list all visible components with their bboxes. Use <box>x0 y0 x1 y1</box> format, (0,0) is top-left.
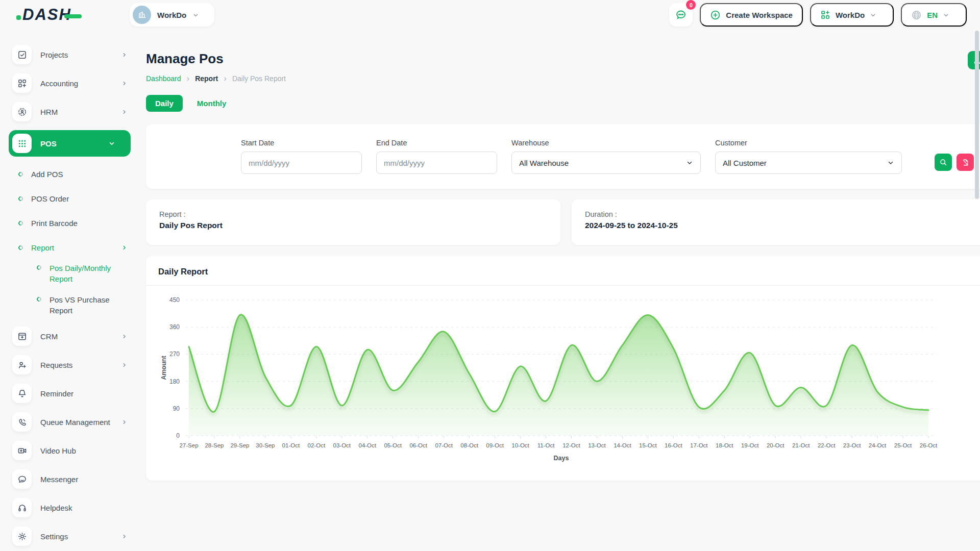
warehouse-label: Warehouse <box>511 139 701 147</box>
building-icon <box>137 10 146 19</box>
sidebar-item-accounting[interactable]: Accounting <box>12 73 135 93</box>
breadcrumb-dashboard-link[interactable]: Dashboard <box>146 74 181 83</box>
requests-icon <box>12 355 32 374</box>
reset-filter-button[interactable] <box>957 154 974 171</box>
submenu-item-print-barcode[interactable]: Print Barcode <box>18 213 135 233</box>
svg-text:0: 0 <box>176 432 180 439</box>
sidebar-item-settings[interactable]: Settings <box>12 526 135 546</box>
bullet-icon <box>17 171 24 178</box>
sidebar-item-label: Accounting <box>40 79 112 88</box>
sidebar-item-label: POS <box>40 139 100 148</box>
sidebar-item-label: Queue Management <box>40 418 112 427</box>
messages-badge: 0 <box>686 0 696 10</box>
warehouse-selected-value: All Warehouse <box>519 159 569 167</box>
bell-icon <box>12 384 32 403</box>
filter-actions <box>935 154 974 171</box>
sidebar-item-label: Video Hub <box>40 446 135 455</box>
sidebar-item-projects[interactable]: Projects <box>12 44 135 65</box>
submenu-item-pos-vs-purchase-report[interactable]: Pos VS Purchase Report <box>37 294 135 316</box>
svg-text:09-Oct: 09-Oct <box>486 442 504 448</box>
summary-row: Report : Daily Pos Report Duration : 202… <box>146 199 980 245</box>
page-title: Manage Pos <box>146 51 224 67</box>
sidebar-item-video-hub[interactable]: Video Hub <box>12 440 135 461</box>
page-scrollbar[interactable] <box>975 31 979 546</box>
end-date-input-wrap <box>376 152 497 174</box>
customer-select[interactable]: All Customer <box>715 152 902 174</box>
language-selector[interactable]: EN <box>901 3 967 27</box>
warehouse-select[interactable]: All Warehouse <box>511 152 701 174</box>
svg-text:21-Oct: 21-Oct <box>792 442 810 448</box>
breadcrumb-current: Daily Pos Report <box>232 74 286 83</box>
svg-text:12-Oct: 12-Oct <box>562 442 580 448</box>
submenu-item-add-pos[interactable]: Add POS <box>18 164 135 184</box>
svg-text:16-Oct: 16-Oct <box>665 442 682 448</box>
app-logo: DASH <box>22 6 114 24</box>
end-date-input[interactable] <box>384 159 485 167</box>
svg-text:24-Oct: 24-Oct <box>869 442 887 448</box>
hrm-icon <box>12 102 32 121</box>
sidebar-item-hrm[interactable]: HRM <box>12 102 135 122</box>
chevron-down-icon <box>887 159 894 166</box>
workspace-avatar <box>133 6 151 24</box>
svg-text:11-Oct: 11-Oct <box>537 442 555 448</box>
report-submenu: Pos Daily/Monthly Report Pos VS Purchase… <box>37 263 135 316</box>
sidebar-item-helpdesk[interactable]: Helpdesk <box>12 497 135 518</box>
svg-text:07-Oct: 07-Oct <box>435 442 453 448</box>
svg-text:Amount: Amount <box>160 356 167 380</box>
chart-title: Daily Report <box>158 267 208 276</box>
sidebar-item-label: Reminder <box>40 389 135 398</box>
chevron-right-icon <box>121 333 128 340</box>
tab-daily[interactable]: Daily <box>146 95 183 112</box>
grid-plus-icon <box>820 10 830 20</box>
start-date-label: Start Date <box>241 139 362 147</box>
svg-text:18-Oct: 18-Oct <box>716 442 733 448</box>
logo-text: DASH <box>22 6 71 24</box>
sidebar-item-label: Requests <box>40 361 112 369</box>
create-workspace-label: Create Workspace <box>726 11 793 19</box>
svg-text:180: 180 <box>169 378 180 385</box>
submenu-item-label: Pos Daily/Monthly Report <box>50 263 126 284</box>
search-button[interactable] <box>935 154 952 171</box>
svg-text:270: 270 <box>169 350 180 358</box>
chevron-right-icon: › <box>187 75 190 82</box>
svg-text:05-Oct: 05-Oct <box>384 442 402 448</box>
tab-monthly[interactable]: Monthly <box>197 99 227 108</box>
submenu-item-pos-daily-monthly-report[interactable]: Pos Daily/Monthly Report <box>37 263 135 284</box>
submenu-item-label: Report <box>31 243 113 252</box>
scrollbar-thumb[interactable] <box>975 31 979 199</box>
submenu-item-label: POS Order <box>31 194 135 203</box>
svg-text:17-Oct: 17-Oct <box>690 442 708 448</box>
chevron-right-icon: › <box>224 75 227 82</box>
pos-submenu: Add POS POS Order Print Barcode Report P… <box>18 164 135 316</box>
create-workspace-button[interactable]: Create Workspace <box>700 3 803 27</box>
sidebar-item-messenger[interactable]: Messenger <box>12 469 135 489</box>
submenu-item-report[interactable]: Report <box>18 237 135 258</box>
sidebar-item-queue-management[interactable]: Queue Management <box>12 412 135 432</box>
bullet-icon <box>17 195 24 202</box>
sidebar-item-requests[interactable]: Requests <box>12 355 135 375</box>
chart-card-header: Daily Report <box>146 256 980 286</box>
logo-dot-icon <box>16 15 21 20</box>
sidebar-item-pos[interactable]: POS <box>9 130 131 157</box>
svg-text:20-Oct: 20-Oct <box>767 442 785 448</box>
chevron-right-icon <box>121 419 128 425</box>
breadcrumb-report-link[interactable]: Report <box>195 74 218 83</box>
submenu-item-pos-order[interactable]: POS Order <box>18 188 135 209</box>
workspace-selector[interactable]: WorkDo <box>130 3 214 27</box>
report-mode-tabs: Daily Monthly <box>146 95 980 112</box>
submenu-item-label: Add POS <box>31 170 135 179</box>
phone-icon <box>12 412 32 432</box>
svg-text:14-Oct: 14-Oct <box>614 442 631 448</box>
headphones-icon <box>12 498 32 517</box>
gear-icon <box>12 527 32 546</box>
globe-icon <box>911 10 922 20</box>
workspace-menu-button[interactable]: WorkDo <box>810 3 894 27</box>
sidebar-item-crm[interactable]: CRM <box>12 326 135 346</box>
start-date-input-wrap <box>241 152 362 174</box>
messages-button[interactable]: 0 <box>669 3 693 27</box>
sidebar-item-reminder[interactable]: Reminder <box>12 383 135 404</box>
customer-selected-value: All Customer <box>723 159 767 167</box>
start-date-input[interactable] <box>249 159 350 167</box>
svg-text:28-Sep: 28-Sep <box>205 442 224 448</box>
submenu-item-label: Print Barcode <box>31 219 135 228</box>
